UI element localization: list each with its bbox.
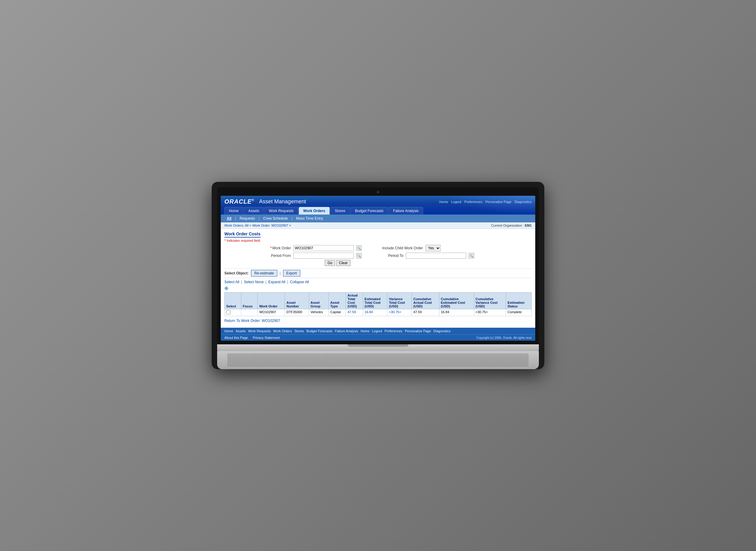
footer-diagnostics[interactable]: Diagnostics (433, 329, 451, 333)
breadcrumb-bar: Work Orders: All > Work Order: WO102907 … (221, 222, 535, 229)
work-order-label: ** Work OrderWork Order (261, 246, 291, 250)
sub-nav-crew-schedule[interactable]: Crew Schedule (261, 216, 290, 221)
cell-asset-number: DTF35000 (285, 309, 309, 316)
header-link-home[interactable]: Home (439, 200, 448, 204)
required-note: * * Indicates required field Indicates r… (224, 239, 532, 242)
keyboard-area (217, 351, 539, 369)
col-header-work-order: Work Order (258, 293, 285, 309)
col-header-cumulative-estimated: CumulativeEstimated Cost(USD) (439, 293, 474, 309)
period-to-search-btn[interactable]: 🔍 (469, 253, 474, 258)
footer-nav: Home Assets Work Requests Work Orders St… (221, 328, 535, 334)
include-child-group: Include Child Work Order Yes No (382, 245, 441, 251)
breadcrumb-work-order[interactable]: Work Order: WO102907 (252, 223, 288, 227)
laptop-screen: ORACLE® Asset Management Home Logout Pre… (221, 196, 535, 341)
period-to-input[interactable] (406, 253, 466, 259)
col-header-estimation-status: EstimationStatus (506, 293, 532, 309)
header-link-logout[interactable]: Logout (451, 200, 461, 204)
header-link-diagnostics[interactable]: Diagnostics (514, 200, 532, 204)
col-header-cumulative-actual: CumulativeActual Cost(USD) (412, 293, 439, 309)
cell-actual-cost: 47.59 (346, 309, 363, 316)
header-link-personalize[interactable]: Personalize Page (485, 200, 511, 204)
cell-cumulative-variance: <30.75> (474, 309, 506, 316)
col-header-variance-cost: VarianceTotal Cost(USD) (387, 293, 412, 309)
work-order-row: ** Work OrderWork Order 🔍 Include Child … (224, 245, 532, 251)
header-link-preferences[interactable]: Preferences (464, 200, 482, 204)
content-area: Work Order Costs * * Indicates required … (221, 229, 535, 325)
footer-budget-forecasts[interactable]: Budget Forecasts (306, 329, 332, 333)
cell-estimation-status: Complete (506, 309, 532, 316)
col-header-asset-type: AssetType (329, 293, 346, 309)
cell-variance-cost: <30.75> (387, 309, 412, 316)
cell-cumulative-estimated: 16.84 (439, 309, 474, 316)
period-to-label: Period To (382, 253, 403, 258)
actions-bar: Select Object: Re-estimate | Export (224, 268, 532, 278)
period-from-row: Period From 🔍 Period To 🔍 (224, 253, 532, 259)
footer-logout[interactable]: Logout (372, 329, 382, 333)
col-header-estimated-cost: EstimatedTotal Cost(USD) (363, 293, 387, 309)
export-button[interactable]: Export (283, 270, 300, 277)
work-order-search-btn[interactable]: 🔍 (356, 245, 362, 251)
actual-cost-link[interactable]: 47.59 (347, 310, 356, 314)
nav-tab-stores[interactable]: Stores (330, 207, 350, 214)
oracle-logo: ORACLE® Asset Management (224, 198, 306, 205)
footer-personalize[interactable]: Personalize Page (405, 329, 431, 333)
period-to-group: Period To 🔍 (382, 253, 474, 259)
laptop-camera (377, 191, 379, 193)
oracle-wordmark: ORACLE® (224, 198, 254, 205)
org-value: EM1 (525, 223, 532, 227)
go-button[interactable]: Go (325, 260, 335, 266)
reestimate-button[interactable]: Re-estimate (251, 270, 277, 277)
col-header-actual-cost: ActualTotalCost(USD) (346, 293, 363, 309)
cell-focus (241, 309, 258, 316)
cell-estimated-cost: 16.84 (363, 309, 387, 316)
clear-button[interactable]: Clear (336, 260, 350, 266)
expand-all-link[interactable]: Expand All (268, 280, 285, 284)
footer-about[interactable]: About this Page (224, 336, 248, 340)
period-from-label: Period From (261, 253, 291, 258)
row-checkbox[interactable] (226, 310, 230, 315)
select-all-link[interactable]: Select All (224, 280, 239, 284)
app-header: ORACLE® Asset Management Home Logout Pre… (221, 196, 535, 214)
include-child-select[interactable]: Yes No (425, 245, 441, 251)
col-header-focus: Focus (241, 293, 258, 309)
nav-tab-home[interactable]: Home (224, 207, 243, 214)
select-none-link[interactable]: Select None (244, 280, 263, 284)
breadcrumb: Work Orders: All > Work Order: WO102907 … (224, 223, 291, 227)
nav-tab-assets[interactable]: Assets (244, 207, 264, 214)
variance-cost-link[interactable]: <30.75> (389, 310, 401, 314)
footer-home[interactable]: Home (224, 329, 233, 333)
estimated-cost-link[interactable]: 16.84 (365, 310, 373, 314)
move-icon[interactable]: ⊕ (224, 286, 228, 291)
keyboard-keys (227, 354, 529, 367)
cell-asset-type: Capital (329, 309, 346, 316)
work-order-input[interactable] (293, 245, 354, 251)
footer-work-requests[interactable]: Work Requests (248, 329, 271, 333)
col-header-asset-group: AssetGroup (309, 293, 329, 309)
nav-tab-work-requests[interactable]: Work Requests (264, 207, 298, 214)
return-link[interactable]: Return To Work Order: WO102907 (224, 319, 532, 323)
sub-nav-all[interactable]: All (224, 216, 234, 221)
breadcrumb-work-orders-all[interactable]: Work Orders: All (224, 223, 249, 227)
form-section: ** Work OrderWork Order 🔍 Include Child … (224, 245, 532, 266)
footer-work-orders[interactable]: Work Orders (273, 329, 292, 333)
col-header-cumulative-variance: CumulativeVariance Cost(USD) (474, 293, 506, 309)
include-child-label: Include Child Work Order (382, 246, 423, 250)
period-from-search-btn[interactable]: 🔍 (356, 253, 362, 258)
sub-nav-requests[interactable]: Requests (237, 216, 257, 221)
org-info: Current Organization : EM1 (491, 223, 532, 227)
footer-privacy[interactable]: Privacy Statement (253, 336, 280, 340)
sub-nav: All | Requests | Crew Schedule | Mass Ti… (221, 214, 535, 222)
sub-nav-mass-time-entry[interactable]: Mass Time Entry (294, 216, 325, 221)
footer-assets[interactable]: Assets (236, 329, 246, 333)
footer-home2[interactable]: Home (361, 329, 370, 333)
period-from-input[interactable] (293, 253, 354, 259)
nav-tab-work-orders[interactable]: Work Orders (299, 207, 330, 214)
footer-preferences[interactable]: Preferences (385, 329, 402, 333)
header-links: Home Logout Preferences Personalize Page… (439, 200, 532, 204)
footer-stores[interactable]: Stores (295, 329, 304, 333)
footer-failure-analysis[interactable]: Failure Analysis (335, 329, 358, 333)
nav-tab-budget-forecasts[interactable]: Budget Forecasts (350, 207, 388, 214)
nav-tab-failure-analysis[interactable]: Failure Analysis (389, 207, 423, 214)
cell-work-order: WO102907 (258, 309, 285, 316)
collapse-all-link[interactable]: Collapse All (290, 280, 309, 284)
